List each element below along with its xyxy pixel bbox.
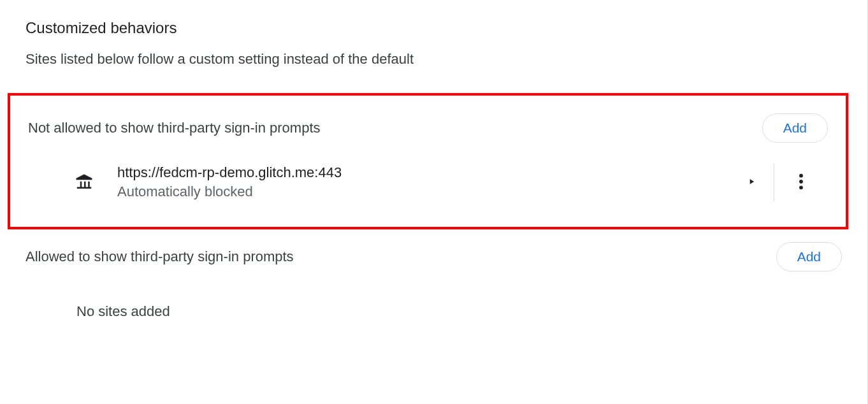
svg-point-1: [799, 180, 803, 184]
add-not-allowed-button[interactable]: Add: [762, 113, 828, 143]
site-url: https://fedcm-rp-demo.glitch.me:443: [117, 164, 729, 181]
section-title: Customized behaviors: [25, 19, 842, 37]
more-actions-button[interactable]: [774, 165, 828, 200]
site-row[interactable]: https://fedcm-rp-demo.glitch.me:443 Auto…: [10, 143, 846, 201]
no-sites-text: No sites added: [25, 271, 842, 320]
svg-point-0: [799, 173, 803, 177]
allowed-section: Allowed to show third-party sign-in prom…: [25, 242, 842, 320]
add-allowed-button[interactable]: Add: [776, 242, 842, 271]
more-vert-icon: [799, 173, 804, 192]
expand-site-button[interactable]: [729, 170, 774, 196]
svg-point-2: [799, 185, 803, 189]
site-status: Automatically blocked: [117, 184, 729, 200]
section-description: Sites listed below follow a custom setti…: [25, 51, 842, 68]
institution-icon: [74, 172, 94, 192]
not-allowed-section: Not allowed to show third-party sign-in …: [8, 93, 848, 229]
allowed-title: Allowed to show third-party sign-in prom…: [25, 249, 294, 265]
not-allowed-title: Not allowed to show third-party sign-in …: [28, 120, 321, 136]
arrow-right-icon: [747, 177, 756, 188]
